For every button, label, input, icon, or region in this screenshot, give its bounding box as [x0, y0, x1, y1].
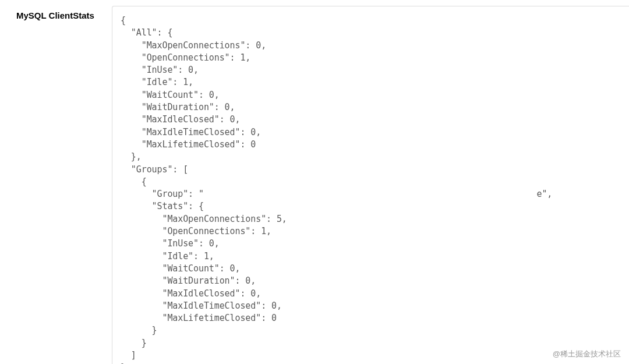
stats-line: "WaitCount": 0, [121, 263, 240, 274]
groups-close: ] [121, 350, 136, 361]
stats-line: "MaxOpenConnections": 5, [121, 214, 287, 224]
all-line: "OpenConnections": 1, [121, 52, 250, 63]
all-line: "InUse": 0, [121, 65, 199, 75]
all-line: "Idle": 1, [121, 77, 193, 87]
group-close: } [121, 338, 147, 348]
all-key: "All": { [121, 27, 172, 38]
all-close: }, [121, 151, 142, 162]
stats-line: "MaxIdleClosed": 0, [121, 288, 261, 299]
all-line: "MaxLifetimeClosed": 0 [121, 139, 256, 150]
stats-close: } [121, 325, 157, 335]
all-line: "MaxOpenConnections": 0, [121, 40, 266, 51]
group-name-redacted [204, 189, 537, 199]
group-open: { [121, 176, 147, 187]
stats-key: "Stats": { [121, 201, 204, 211]
section-label: MySQL ClientStats [16, 10, 112, 20]
stats-line: "WaitDuration": 0, [121, 275, 256, 286]
stats-panel: MySQL ClientStats { "All": { "MaxOpenCon… [0, 0, 629, 364]
all-line: "WaitDuration": 0, [121, 102, 235, 112]
brace-open: { [121, 15, 126, 26]
stats-line: "MaxLifetimeClosed": 0 [121, 313, 277, 323]
stats-line: "MaxIdleTimeClosed": 0, [121, 301, 282, 311]
label-column: MySQL ClientStats [0, 6, 112, 364]
json-output: { "All": { "MaxOpenConnections": 0, "Ope… [121, 15, 629, 364]
watermark-text: @稀土掘金技术社区 [553, 349, 621, 359]
stats-line: "Idle": 1, [121, 251, 214, 261]
groups-key: "Groups": [ [121, 164, 188, 175]
group-name-suffix: e", [536, 189, 552, 199]
all-line: "WaitCount": 0, [121, 90, 220, 100]
all-line: "MaxIdleClosed": 0, [121, 114, 240, 125]
code-display: { "All": { "MaxOpenConnections": 0, "Ope… [112, 6, 629, 364]
stats-line: "InUse": 0, [121, 238, 220, 249]
all-line: "MaxIdleTimeClosed": 0, [121, 127, 261, 137]
stats-line: "OpenConnections": 1, [121, 226, 271, 236]
group-name-prefix: "Group": " [121, 189, 204, 199]
